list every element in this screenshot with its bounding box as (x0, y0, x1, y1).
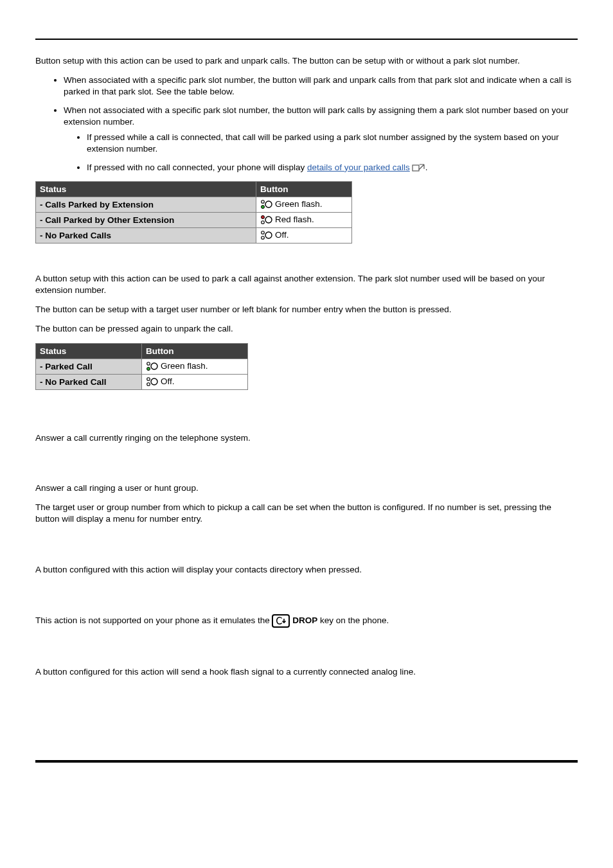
table-row: - No Parked Call Off. (36, 374, 248, 389)
cpo-p1: A button setup with this action can be u… (35, 273, 578, 296)
drop-p1: This action is not supported on your pho… (35, 614, 578, 628)
cpo-p2: The button can be setup with a target us… (35, 304, 578, 315)
pickup-uh-p2: The target user or group number from whi… (35, 502, 578, 525)
table-row: - Parked Call Green flash. (36, 359, 248, 374)
call-park-bullet-1: When associated with a specific park slo… (64, 75, 578, 98)
table-row: - No Parked Calls Off. (36, 227, 352, 243)
table-row: - Calls Parked by Extension Green flash. (36, 197, 352, 212)
lamp-icon (146, 376, 159, 387)
call-park-intro: Button setup with this action can be use… (35, 55, 578, 67)
thead-status: Status (36, 343, 142, 359)
call-park-sub-1: If pressed while a call is connected, th… (87, 132, 578, 155)
call-park-status-table: Status Button - Calls Parked by Extensio… (35, 181, 352, 244)
thead-button: Button (256, 181, 352, 197)
thead-status: Status (36, 181, 256, 197)
call-park-sub-2: If pressed with no call connected, your … (87, 162, 578, 173)
call-park-bullet-2: When not associated with a specific park… (64, 105, 578, 173)
parked-calls-link[interactable]: details of your parked calls (307, 163, 410, 172)
drop-key-icon (272, 614, 290, 628)
lamp-icon (260, 230, 273, 241)
call-park-bullets: When associated with a specific park slo… (35, 75, 578, 173)
call-park-sub-bullets: If pressed while a call is connected, th… (64, 132, 578, 173)
external-link-icon (411, 163, 425, 172)
cpo-p3: The button can be pressed again to unpar… (35, 323, 578, 335)
bottom-rule (35, 760, 578, 763)
lamp-icon (146, 361, 159, 372)
flash-p1: A button configured for this action will… (35, 666, 578, 678)
lamp-icon (260, 215, 273, 226)
lamp-icon (260, 199, 273, 210)
directory-p1: A button configured with this action wil… (35, 564, 578, 576)
top-rule (35, 39, 578, 40)
call-park-other-status-table: Status Button - Parked Call Green flash.… (35, 343, 248, 390)
thead-button: Button (142, 343, 248, 359)
pickup-uh-p1: Answer a call ringing a user or hunt gro… (35, 483, 578, 494)
pickup-any-p1: Answer a call currently ringing on the t… (35, 432, 578, 444)
table-row: - Call Parked by Other Extension Red fla… (36, 212, 352, 227)
